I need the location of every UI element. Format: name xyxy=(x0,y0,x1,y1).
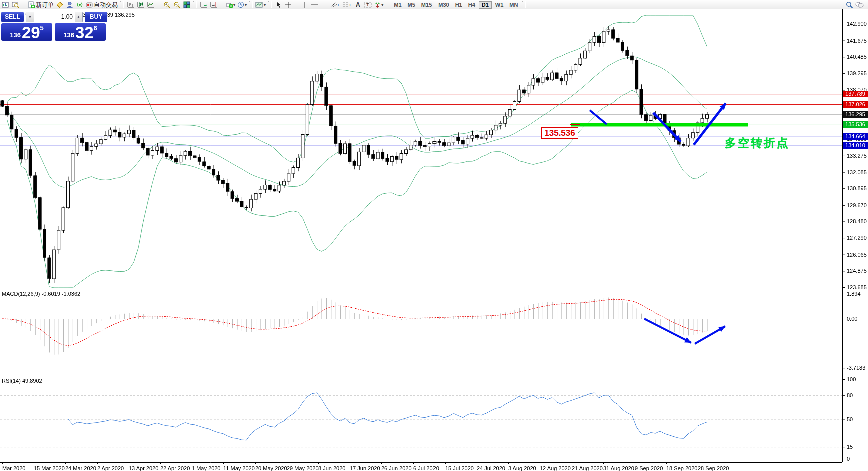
search-button[interactable] xyxy=(844,1,854,9)
new-order-icon xyxy=(28,1,35,8)
add-indicator-button[interactable]: ▾ xyxy=(225,1,236,9)
channel-glyph: E xyxy=(338,3,340,7)
price-tick-label: 142.900 xyxy=(847,21,867,27)
fibonacci-icon xyxy=(342,2,349,8)
expert-advisors-button[interactable] xyxy=(65,1,75,9)
fibonacci-tool-button[interactable]: F xyxy=(341,1,353,9)
macd-indicator-label: MACD(12,26,9) -0.6019 -1.0362 xyxy=(2,291,80,297)
price-tick-label: 128.480 xyxy=(847,218,867,224)
candle-chart-button[interactable] xyxy=(135,1,145,9)
timeframe-M1[interactable]: M1 xyxy=(391,1,404,9)
autotrading-button[interactable]: 自动交易 xyxy=(85,1,119,9)
buy-price-prefix: 136 xyxy=(63,30,74,40)
main-toolbar: 新订单 自动交易 ▾ ▾ ▾ E F A T ▾ M1M5M15M30H1H4D… xyxy=(0,0,868,10)
date-tick-label: 2 Apr 2020 xyxy=(97,465,124,471)
clock-icon xyxy=(237,1,244,8)
trendline-tool-button[interactable] xyxy=(320,1,330,9)
search-icon xyxy=(846,1,853,9)
tile-windows-button[interactable] xyxy=(182,1,192,9)
toolbar-separator xyxy=(157,1,160,8)
chart-area[interactable]: GBPJPY-,Daily 135.987 136.375 135.039 13… xyxy=(0,9,868,471)
price-tick-label: 132.085 xyxy=(847,169,867,175)
crosshair-tool-button[interactable] xyxy=(283,1,293,9)
price-line-badge: 134.664 xyxy=(843,133,868,140)
macd-tick-label: 1.894 xyxy=(847,291,861,297)
zoom-out-button[interactable] xyxy=(172,1,182,9)
sell-price-display[interactable]: 136 29 5 xyxy=(1,23,52,41)
chart-window-button[interactable] xyxy=(0,1,10,9)
sell-button[interactable]: SELL xyxy=(1,12,24,22)
cursor-tool-button[interactable] xyxy=(273,1,283,9)
volume-decrease-button[interactable]: ▼ xyxy=(26,12,34,22)
price-tick-label: 129.670 xyxy=(847,202,867,208)
date-tick-label: 18 Sep 2020 xyxy=(666,465,697,471)
caret-down-icon: ▾ xyxy=(381,3,383,7)
scripts-button[interactable] xyxy=(55,1,65,9)
price-tick-label: 123.685 xyxy=(847,284,867,290)
template-icon xyxy=(255,1,263,8)
timeframe-M5[interactable]: M5 xyxy=(405,1,418,9)
toolbar-separator xyxy=(386,1,389,8)
volume-input[interactable]: 1.00 xyxy=(34,12,75,22)
zoom-out-icon xyxy=(173,1,180,8)
zoom-in-button[interactable] xyxy=(162,1,172,9)
svg-text:T: T xyxy=(366,2,369,7)
text-tool-button[interactable]: A xyxy=(353,1,363,9)
line-chart-button[interactable] xyxy=(145,1,155,9)
bar-chart-button[interactable] xyxy=(125,1,135,9)
chart-shift-button[interactable] xyxy=(208,1,218,9)
expert-person-icon xyxy=(66,1,73,8)
templates-button[interactable]: ▾ xyxy=(254,1,267,9)
vertical-line-tool-button[interactable] xyxy=(300,1,310,9)
new-order-button[interactable]: 新订单 xyxy=(27,1,55,9)
toolbar-separator xyxy=(295,1,298,8)
auto-scroll-icon xyxy=(200,1,207,8)
date-tick-label: 31 Aug 2020 xyxy=(603,465,634,471)
auto-scroll-button[interactable] xyxy=(198,1,208,9)
timeframe-M15[interactable]: M15 xyxy=(419,1,435,9)
horizontal-line-tool-button[interactable] xyxy=(310,1,320,9)
toolbar-separator xyxy=(22,1,25,8)
periods-button[interactable]: ▾ xyxy=(236,1,248,9)
add-indicator-icon xyxy=(226,1,233,8)
date-tick-label: 24 Jul 2020 xyxy=(477,465,505,471)
turning-point-annotation[interactable]: 多空转折点 xyxy=(725,135,790,151)
profiles-button[interactable] xyxy=(10,1,20,9)
timeframe-M30[interactable]: M30 xyxy=(436,1,451,9)
toolbar-separator xyxy=(220,1,223,8)
trendline-icon xyxy=(321,1,328,8)
timeframe-W1[interactable]: W1 xyxy=(493,1,506,9)
text-label-tool-button[interactable]: T xyxy=(363,1,373,9)
rsi-indicator-label: RSI(14) 49.8902 xyxy=(2,378,42,384)
date-tick-label: 15 Mar 2020 xyxy=(34,465,65,471)
timeframe-MN[interactable]: MN xyxy=(507,1,520,9)
date-tick-label: 29 May 2020 xyxy=(287,465,319,471)
chart-window-icon xyxy=(2,1,9,8)
support-price-callout[interactable]: 135.536 xyxy=(541,127,578,139)
price-tick-label: 127.290 xyxy=(847,235,867,241)
channel-tool-button[interactable]: E xyxy=(330,1,341,9)
timeframe-D1[interactable]: D1 xyxy=(479,1,492,9)
date-tick-label: Mar 2020 xyxy=(2,465,25,471)
volume-stepper[interactable]: ▼ 1.00 ▲ xyxy=(26,12,83,22)
chat-button[interactable] xyxy=(854,1,865,9)
signals-button[interactable] xyxy=(75,1,85,9)
buy-price-big: 32 xyxy=(75,25,94,40)
crosshair-icon xyxy=(285,1,292,8)
price-line-badge: 137.026 xyxy=(843,101,868,108)
price-tick-label: 141.675 xyxy=(847,38,867,44)
tile-windows-icon xyxy=(183,1,190,8)
toolbar-separator xyxy=(268,1,272,8)
volume-increase-button[interactable]: ▲ xyxy=(75,12,82,22)
buy-price-display[interactable]: 136 32 6 xyxy=(55,23,106,41)
rsi-tick-label: 50 xyxy=(847,416,853,422)
date-tick-label: 6 Jul 2020 xyxy=(413,465,439,471)
buy-button[interactable]: BUY xyxy=(85,12,107,22)
rsi-tick-label: 80 xyxy=(847,392,853,398)
arrows-tool-button[interactable]: ▾ xyxy=(373,1,384,9)
timeframe-group: M1M5M15M30H1H4D1W1MN xyxy=(391,1,521,9)
timeframe-H4[interactable]: H4 xyxy=(466,1,478,9)
macd-tick-label: 0.00 xyxy=(847,316,857,322)
new-order-label: 新订单 xyxy=(36,1,54,9)
timeframe-H1[interactable]: H1 xyxy=(453,1,465,9)
